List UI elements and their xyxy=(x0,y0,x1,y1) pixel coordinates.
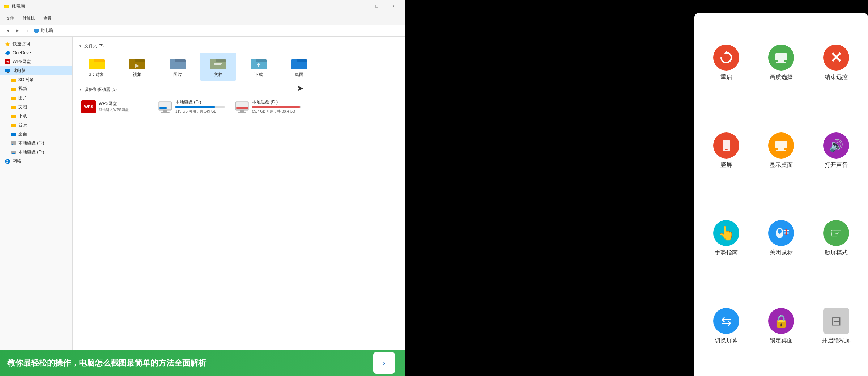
privatescr-icon: ⊟ xyxy=(823,308,849,334)
switchscreen-icon: ⇆ xyxy=(713,308,739,334)
panel-item-lockdesktop[interactable]: 🔒 锁定桌面 xyxy=(757,285,806,367)
view-menu-button[interactable]: 查看 xyxy=(41,15,54,22)
folder-desktop-name: 桌面 xyxy=(295,72,303,78)
touchmode-icon: ☞ xyxy=(823,220,849,246)
window-title: 此电脑 xyxy=(12,3,25,9)
svg-point-73 xyxy=(778,229,782,234)
panel-item-switchscreen[interactable]: ⇆ 切换屏幕 xyxy=(702,285,751,367)
svg-rect-70 xyxy=(778,148,784,150)
folder-download-icon xyxy=(10,113,16,119)
forward-button[interactable]: ▶ xyxy=(13,26,22,35)
sidebar-item-onedrive[interactable]: OneDrive xyxy=(0,48,72,57)
panel-item-gesture[interactable]: 👆 手势指南 xyxy=(702,198,751,280)
svg-rect-41 xyxy=(214,63,222,64)
folder-item-picture[interactable]: 图片 xyxy=(159,53,196,81)
sidebar-item-desktop[interactable]: 桌面 xyxy=(0,130,72,139)
panel-item-restart[interactable]: 重启 xyxy=(702,22,751,104)
sidebar-document-label: 文档 xyxy=(18,104,27,110)
svg-rect-47 xyxy=(258,65,259,67)
sidebar-item-quickaccess[interactable]: 快速访问 xyxy=(0,39,72,48)
folder-3dobject-name: 3D 对象 xyxy=(89,72,105,78)
sidebar-item-picture[interactable]: 图片 xyxy=(0,93,72,102)
folder-desktop-icon xyxy=(10,131,16,137)
drive-c-info: 本地磁盘 (C:) 119 GB 可用，共 149 GB xyxy=(175,99,225,114)
sidebar-item-drivec[interactable]: 本地磁盘 (C:) xyxy=(0,139,72,148)
panel-lockdesktop-label: 锁定桌面 xyxy=(770,337,793,345)
sidebar-quickaccess-label: 快速访问 xyxy=(13,41,30,47)
sidebar-music-label: 音乐 xyxy=(18,122,27,128)
up-button[interactable]: ↑ xyxy=(24,26,32,35)
folders-toggle[interactable]: ▼ xyxy=(78,44,82,48)
svg-marker-6 xyxy=(5,42,10,46)
close-button[interactable]: × xyxy=(385,0,402,12)
breadcrumb: 此电脑 xyxy=(34,28,53,34)
folders-grid: 3D 对象 视频 xyxy=(78,53,399,81)
sidebar-item-video[interactable]: 视频 xyxy=(0,84,72,93)
svg-rect-2 xyxy=(4,5,6,6)
title-bar-controls: － □ × xyxy=(352,0,402,12)
sidebar-item-thispc[interactable]: 此电脑 xyxy=(0,66,72,75)
drive-d-bar-fill xyxy=(252,106,300,108)
sidebar-network-label: 网络 xyxy=(13,158,21,164)
folder-item-download[interactable]: 下载 xyxy=(241,53,277,81)
panel-showdesktop-label: 显示桌面 xyxy=(770,161,793,169)
folder-item-3dobject[interactable]: 3D 对象 xyxy=(78,53,115,81)
sidebar-item-3dobject[interactable]: 3D 对象 xyxy=(0,75,72,84)
svg-rect-19 xyxy=(11,124,16,127)
content-area: ▼ 文件夹 (7) 3D 对象 xyxy=(73,37,405,367)
panel-touchmode-label: 触屏模式 xyxy=(825,249,848,257)
panel-item-portrait[interactable]: 竖屏 xyxy=(702,110,751,192)
folder-item-document[interactable]: 文档 xyxy=(200,53,236,81)
banner-text: 教你最轻松的操作，电脑怎么截图最简单的方法全面解析 xyxy=(7,358,369,368)
panel-item-touchmode[interactable]: ☞ 触屏模式 xyxy=(812,198,861,280)
file-menu-button[interactable]: 文件 xyxy=(3,15,17,22)
green-banner[interactable]: 教你最轻松的操作，电脑怎么截图最简单的方法全面解析 › xyxy=(0,350,405,376)
svg-rect-17 xyxy=(11,106,16,109)
sound-icon: 🔊 xyxy=(823,132,849,159)
sidebar-thispc-label: 此电脑 xyxy=(13,68,26,74)
panel-item-sound[interactable]: 🔊 打开声音 xyxy=(812,110,861,192)
drive-item-c[interactable]: 本地磁盘 (C:) 119 GB 可用，共 149 GB xyxy=(155,96,227,117)
pc-breadcrumb-icon xyxy=(34,28,39,34)
svg-line-77 xyxy=(786,229,787,234)
svg-rect-16 xyxy=(11,97,16,100)
svg-rect-14 xyxy=(11,79,13,80)
svg-rect-62 xyxy=(236,107,248,109)
drive-d-icon xyxy=(10,149,16,155)
sidebar-onedrive-label: OneDrive xyxy=(13,50,31,55)
folder-item-video[interactable]: 视频 xyxy=(119,53,155,81)
sidebar-item-drived[interactable]: 本地磁盘 (D:) xyxy=(0,148,72,157)
explorer-window: 此电脑 － □ × 文件 计算机 查看 ◀ ▶ ↑ 此电脑 xyxy=(0,0,405,376)
drive-item-d[interactable]: 本地磁盘 (D:) 85.7 GB 可用，共 88.4 GB xyxy=(232,96,304,117)
svg-rect-4 xyxy=(35,32,38,33)
panel-item-privatescr[interactable]: ⊟ 开启隐私屏 xyxy=(812,285,861,367)
svg-rect-15 xyxy=(11,88,16,91)
panel-item-endremote[interactable]: ✕ 结束远控 xyxy=(812,22,861,104)
back-button[interactable]: ◀ xyxy=(3,26,12,35)
drives-toggle[interactable]: ▼ xyxy=(78,88,82,92)
sidebar-item-network[interactable]: 网络 xyxy=(0,157,72,166)
explorer-icon xyxy=(3,3,9,9)
folder-picture-icon xyxy=(10,95,16,101)
folder-item-desktop[interactable]: 桌面 xyxy=(281,53,317,81)
panel-switchscreen-label: 切换屏幕 xyxy=(715,337,738,345)
sidebar-item-music[interactable]: 音乐 xyxy=(0,121,72,130)
panel-item-closemouse[interactable]: 关闭鼠标 xyxy=(757,198,806,280)
minimize-button[interactable]: － xyxy=(352,0,369,12)
sidebar-item-wpsdisk[interactable]: W WPS网盘 xyxy=(0,57,72,66)
sidebar-3dobject-label: 3D 对象 xyxy=(18,77,34,83)
svg-point-9 xyxy=(7,51,10,54)
sidebar-item-download[interactable]: 下载 xyxy=(0,111,72,121)
sidebar-item-document[interactable]: 文档 xyxy=(0,102,72,111)
sidebar: 快速访问 OneDrive W WPS网盘 xyxy=(0,37,73,367)
drive-d-bar-bg xyxy=(252,106,301,108)
banner-arrow-box[interactable]: › xyxy=(373,352,395,374)
svg-rect-54 xyxy=(163,110,167,112)
computer-menu-button[interactable]: 计算机 xyxy=(20,15,38,22)
svg-rect-10 xyxy=(5,69,10,72)
panel-item-quality[interactable]: 画质选择 xyxy=(757,22,806,104)
showdesktop-icon xyxy=(768,132,794,159)
panel-item-showdesktop[interactable]: 显示桌面 xyxy=(757,110,806,192)
drive-item-wps[interactable]: WPS WPS网盘 双击进入WPS网盘 xyxy=(78,96,151,117)
maximize-button[interactable]: □ xyxy=(369,0,385,12)
